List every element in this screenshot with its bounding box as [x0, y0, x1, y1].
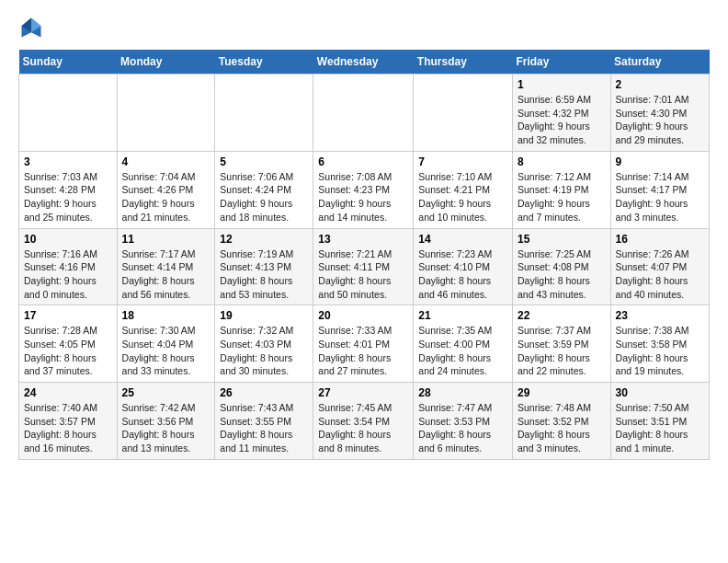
calendar-cell: 12Sunrise: 7:19 AM Sunset: 4:13 PM Dayli…: [215, 228, 313, 305]
day-number: 7: [418, 155, 507, 168]
day-info: Sunrise: 7:12 AM Sunset: 4:19 PM Dayligh…: [518, 170, 606, 224]
header-row: SundayMondayTuesdayWednesdayThursdayFrid…: [19, 50, 710, 75]
day-info: Sunrise: 7:42 AM Sunset: 3:56 PM Dayligh…: [122, 401, 210, 455]
day-number: 11: [122, 233, 210, 246]
day-info: Sunrise: 7:10 AM Sunset: 4:21 PM Dayligh…: [418, 170, 507, 224]
day-number: 17: [24, 309, 112, 322]
calendar-week-row: 1Sunrise: 6:59 AM Sunset: 4:32 PM Daylig…: [19, 75, 710, 152]
day-number: 14: [418, 233, 507, 246]
header: [18, 15, 710, 40]
calendar-cell: [414, 75, 513, 152]
day-number: 25: [122, 386, 210, 399]
calendar-cell: 28Sunrise: 7:47 AM Sunset: 3:53 PM Dayli…: [414, 383, 513, 460]
day-info: Sunrise: 7:06 AM Sunset: 4:24 PM Dayligh…: [220, 170, 308, 224]
day-number: 2: [616, 78, 704, 91]
calendar-cell: 1Sunrise: 6:59 AM Sunset: 4:32 PM Daylig…: [512, 75, 610, 152]
calendar-cell: 9Sunrise: 7:14 AM Sunset: 4:17 PM Daylig…: [610, 151, 709, 228]
weekday-header: Friday: [512, 50, 610, 75]
calendar-cell: 15Sunrise: 7:25 AM Sunset: 4:08 PM Dayli…: [512, 228, 610, 305]
day-info: Sunrise: 7:23 AM Sunset: 4:10 PM Dayligh…: [418, 247, 507, 302]
calendar-cell: 6Sunrise: 7:08 AM Sunset: 4:23 PM Daylig…: [313, 151, 414, 228]
calendar-table: SundayMondayTuesdayWednesdayThursdayFrid…: [18, 50, 710, 460]
weekday-header: Saturday: [610, 50, 709, 75]
day-number: 19: [220, 309, 308, 322]
day-info: Sunrise: 7:48 AM Sunset: 3:52 PM Dayligh…: [518, 401, 606, 455]
day-info: Sunrise: 6:59 AM Sunset: 4:32 PM Dayligh…: [518, 93, 606, 147]
day-number: 29: [518, 386, 606, 399]
day-number: 5: [220, 155, 308, 168]
day-info: Sunrise: 7:38 AM Sunset: 3:58 PM Dayligh…: [616, 324, 704, 378]
calendar-cell: 8Sunrise: 7:12 AM Sunset: 4:19 PM Daylig…: [512, 151, 610, 228]
day-info: Sunrise: 7:33 AM Sunset: 4:01 PM Dayligh…: [318, 324, 408, 378]
calendar-cell: 4Sunrise: 7:04 AM Sunset: 4:26 PM Daylig…: [117, 151, 215, 228]
logo: [18, 15, 48, 40]
weekday-header: Tuesday: [215, 50, 313, 75]
day-number: 13: [318, 233, 408, 246]
day-number: 6: [318, 155, 408, 168]
day-info: Sunrise: 7:25 AM Sunset: 4:08 PM Dayligh…: [518, 247, 606, 302]
day-info: Sunrise: 7:19 AM Sunset: 4:13 PM Dayligh…: [220, 247, 308, 302]
day-info: Sunrise: 7:50 AM Sunset: 3:51 PM Dayligh…: [616, 401, 704, 455]
calendar-week-row: 10Sunrise: 7:16 AM Sunset: 4:16 PM Dayli…: [19, 228, 710, 305]
day-number: 10: [24, 233, 112, 246]
weekday-header: Thursday: [414, 50, 513, 75]
calendar-body: 1Sunrise: 6:59 AM Sunset: 4:32 PM Daylig…: [19, 75, 710, 460]
day-number: 8: [518, 155, 606, 168]
calendar-cell: 27Sunrise: 7:45 AM Sunset: 3:54 PM Dayli…: [313, 383, 414, 460]
day-info: Sunrise: 7:26 AM Sunset: 4:07 PM Dayligh…: [616, 247, 704, 302]
day-number: 9: [616, 155, 704, 168]
calendar-cell: [215, 75, 313, 152]
calendar-cell: 24Sunrise: 7:40 AM Sunset: 3:57 PM Dayli…: [19, 383, 118, 460]
day-number: 18: [122, 309, 210, 322]
day-number: 24: [24, 386, 112, 399]
calendar-cell: 14Sunrise: 7:23 AM Sunset: 4:10 PM Dayli…: [414, 228, 513, 305]
calendar-cell: 17Sunrise: 7:28 AM Sunset: 4:05 PM Dayli…: [19, 305, 118, 383]
day-number: 12: [220, 233, 308, 246]
day-info: Sunrise: 7:01 AM Sunset: 4:30 PM Dayligh…: [616, 93, 704, 147]
day-number: 15: [518, 233, 606, 246]
calendar-cell: 3Sunrise: 7:03 AM Sunset: 4:28 PM Daylig…: [19, 151, 118, 228]
logo-icon: [18, 15, 44, 40]
day-number: 3: [24, 155, 112, 168]
day-info: Sunrise: 7:43 AM Sunset: 3:55 PM Dayligh…: [220, 401, 308, 455]
day-info: Sunrise: 7:17 AM Sunset: 4:14 PM Dayligh…: [122, 247, 210, 302]
day-info: Sunrise: 7:45 AM Sunset: 3:54 PM Dayligh…: [318, 401, 408, 455]
calendar-cell: 21Sunrise: 7:35 AM Sunset: 4:00 PM Dayli…: [414, 305, 513, 383]
day-number: 27: [318, 386, 408, 399]
calendar-header: SundayMondayTuesdayWednesdayThursdayFrid…: [19, 50, 710, 75]
day-number: 1: [518, 78, 606, 91]
day-info: Sunrise: 7:28 AM Sunset: 4:05 PM Dayligh…: [24, 324, 112, 378]
day-number: 20: [318, 309, 408, 322]
calendar-cell: 20Sunrise: 7:33 AM Sunset: 4:01 PM Dayli…: [313, 305, 414, 383]
day-info: Sunrise: 7:04 AM Sunset: 4:26 PM Dayligh…: [122, 170, 210, 224]
calendar-cell: 10Sunrise: 7:16 AM Sunset: 4:16 PM Dayli…: [19, 228, 118, 305]
day-number: 26: [220, 386, 308, 399]
day-info: Sunrise: 7:14 AM Sunset: 4:17 PM Dayligh…: [616, 170, 704, 224]
day-number: 4: [122, 155, 210, 168]
calendar-week-row: 24Sunrise: 7:40 AM Sunset: 3:57 PM Dayli…: [19, 383, 710, 460]
calendar-cell: 5Sunrise: 7:06 AM Sunset: 4:24 PM Daylig…: [215, 151, 313, 228]
day-info: Sunrise: 7:03 AM Sunset: 4:28 PM Dayligh…: [24, 170, 112, 224]
day-info: Sunrise: 7:30 AM Sunset: 4:04 PM Dayligh…: [122, 324, 210, 378]
calendar-cell: 18Sunrise: 7:30 AM Sunset: 4:04 PM Dayli…: [117, 305, 215, 383]
day-number: 28: [418, 386, 507, 399]
calendar-cell: 22Sunrise: 7:37 AM Sunset: 3:59 PM Dayli…: [512, 305, 610, 383]
calendar-cell: 30Sunrise: 7:50 AM Sunset: 3:51 PM Dayli…: [610, 383, 709, 460]
day-info: Sunrise: 7:32 AM Sunset: 4:03 PM Dayligh…: [220, 324, 308, 378]
calendar-week-row: 3Sunrise: 7:03 AM Sunset: 4:28 PM Daylig…: [19, 151, 710, 228]
calendar-cell: 26Sunrise: 7:43 AM Sunset: 3:55 PM Dayli…: [215, 383, 313, 460]
calendar-cell: 23Sunrise: 7:38 AM Sunset: 3:58 PM Dayli…: [610, 305, 709, 383]
weekday-header: Monday: [117, 50, 215, 75]
day-info: Sunrise: 7:47 AM Sunset: 3:53 PM Dayligh…: [418, 401, 507, 455]
weekday-header: Wednesday: [313, 50, 414, 75]
calendar-cell: [19, 75, 118, 152]
calendar-cell: 13Sunrise: 7:21 AM Sunset: 4:11 PM Dayli…: [313, 228, 414, 305]
day-info: Sunrise: 7:21 AM Sunset: 4:11 PM Dayligh…: [318, 247, 408, 302]
day-number: 21: [418, 309, 507, 322]
calendar-cell: 2Sunrise: 7:01 AM Sunset: 4:30 PM Daylig…: [610, 75, 709, 152]
day-number: 30: [616, 386, 704, 399]
calendar-cell: 7Sunrise: 7:10 AM Sunset: 4:21 PM Daylig…: [414, 151, 513, 228]
calendar-cell: 16Sunrise: 7:26 AM Sunset: 4:07 PM Dayli…: [610, 228, 709, 305]
calendar-cell: [117, 75, 215, 152]
day-info: Sunrise: 7:16 AM Sunset: 4:16 PM Dayligh…: [24, 247, 112, 302]
